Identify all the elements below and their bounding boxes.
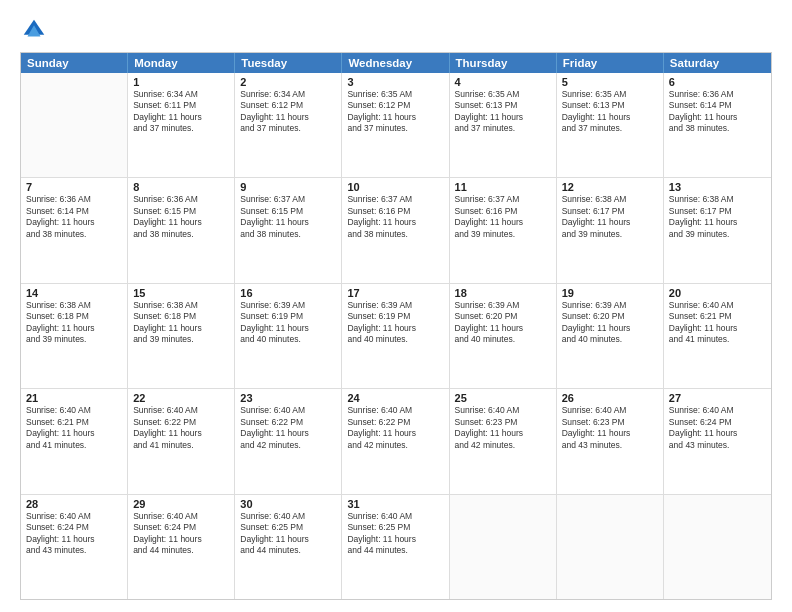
- cell-info-line: Daylight: 11 hours: [562, 217, 658, 228]
- cal-cell-1-5: 4Sunrise: 6:35 AMSunset: 6:13 PMDaylight…: [450, 73, 557, 177]
- cal-cell-4-2: 22Sunrise: 6:40 AMSunset: 6:22 PMDayligh…: [128, 389, 235, 493]
- cal-cell-1-3: 2Sunrise: 6:34 AMSunset: 6:12 PMDaylight…: [235, 73, 342, 177]
- cell-info-line: Daylight: 11 hours: [562, 323, 658, 334]
- cal-cell-5-1: 28Sunrise: 6:40 AMSunset: 6:24 PMDayligh…: [21, 495, 128, 599]
- cell-info-line: Sunset: 6:22 PM: [133, 417, 229, 428]
- header-day-thursday: Thursday: [450, 53, 557, 73]
- day-number: 28: [26, 498, 122, 510]
- cell-info-line: Daylight: 11 hours: [240, 112, 336, 123]
- cell-info-line: Sunset: 6:18 PM: [133, 311, 229, 322]
- cell-info-line: and 43 minutes.: [26, 545, 122, 556]
- day-number: 15: [133, 287, 229, 299]
- cell-info-line: Sunrise: 6:40 AM: [240, 405, 336, 416]
- cell-info-line: Sunrise: 6:40 AM: [455, 405, 551, 416]
- day-number: 26: [562, 392, 658, 404]
- day-number: 8: [133, 181, 229, 193]
- cal-cell-2-4: 10Sunrise: 6:37 AMSunset: 6:16 PMDayligh…: [342, 178, 449, 282]
- page: SundayMondayTuesdayWednesdayThursdayFrid…: [0, 0, 792, 612]
- cell-info-line: and 37 minutes.: [455, 123, 551, 134]
- cell-info-line: Daylight: 11 hours: [455, 428, 551, 439]
- cell-info-line: Daylight: 11 hours: [133, 323, 229, 334]
- cell-info-line: Sunrise: 6:36 AM: [133, 194, 229, 205]
- cell-info-line: Sunset: 6:15 PM: [133, 206, 229, 217]
- cell-info-line: Sunset: 6:16 PM: [455, 206, 551, 217]
- cell-info-line: Daylight: 11 hours: [133, 217, 229, 228]
- week-row-2: 7Sunrise: 6:36 AMSunset: 6:14 PMDaylight…: [21, 178, 771, 283]
- cell-info-line: Sunrise: 6:40 AM: [26, 511, 122, 522]
- cell-info-line: Sunset: 6:20 PM: [455, 311, 551, 322]
- cell-info-line: Daylight: 11 hours: [347, 112, 443, 123]
- cal-cell-2-6: 12Sunrise: 6:38 AMSunset: 6:17 PMDayligh…: [557, 178, 664, 282]
- cell-info-line: Daylight: 11 hours: [133, 534, 229, 545]
- cell-info-line: Sunset: 6:24 PM: [669, 417, 766, 428]
- cal-cell-2-7: 13Sunrise: 6:38 AMSunset: 6:17 PMDayligh…: [664, 178, 771, 282]
- day-number: 27: [669, 392, 766, 404]
- cell-info-line: Sunrise: 6:38 AM: [26, 300, 122, 311]
- day-number: 14: [26, 287, 122, 299]
- cell-info-line: and 38 minutes.: [669, 123, 766, 134]
- cell-info-line: Sunrise: 6:40 AM: [133, 405, 229, 416]
- day-number: 10: [347, 181, 443, 193]
- cell-info-line: Daylight: 11 hours: [347, 428, 443, 439]
- cell-info-line: Sunset: 6:19 PM: [347, 311, 443, 322]
- cell-info-line: Daylight: 11 hours: [669, 428, 766, 439]
- cal-cell-5-6: [557, 495, 664, 599]
- day-number: 29: [133, 498, 229, 510]
- day-number: 22: [133, 392, 229, 404]
- cell-info-line: and 38 minutes.: [240, 229, 336, 240]
- cell-info-line: Sunrise: 6:40 AM: [669, 405, 766, 416]
- cell-info-line: and 38 minutes.: [347, 229, 443, 240]
- cal-cell-3-5: 18Sunrise: 6:39 AMSunset: 6:20 PMDayligh…: [450, 284, 557, 388]
- cell-info-line: Sunrise: 6:37 AM: [455, 194, 551, 205]
- calendar: SundayMondayTuesdayWednesdayThursdayFrid…: [20, 52, 772, 600]
- cell-info-line: Sunrise: 6:38 AM: [133, 300, 229, 311]
- cal-cell-2-3: 9Sunrise: 6:37 AMSunset: 6:15 PMDaylight…: [235, 178, 342, 282]
- cell-info-line: Sunrise: 6:40 AM: [26, 405, 122, 416]
- cell-info-line: Sunrise: 6:34 AM: [133, 89, 229, 100]
- cell-info-line: and 42 minutes.: [240, 440, 336, 451]
- cal-cell-5-3: 30Sunrise: 6:40 AMSunset: 6:25 PMDayligh…: [235, 495, 342, 599]
- cell-info-line: Sunset: 6:21 PM: [26, 417, 122, 428]
- week-row-1: 1Sunrise: 6:34 AMSunset: 6:11 PMDaylight…: [21, 73, 771, 178]
- cal-cell-2-5: 11Sunrise: 6:37 AMSunset: 6:16 PMDayligh…: [450, 178, 557, 282]
- cell-info-line: Sunset: 6:14 PM: [669, 100, 766, 111]
- cell-info-line: Daylight: 11 hours: [240, 217, 336, 228]
- cell-info-line: Sunset: 6:16 PM: [347, 206, 443, 217]
- cell-info-line: and 38 minutes.: [133, 229, 229, 240]
- cell-info-line: Sunset: 6:15 PM: [240, 206, 336, 217]
- cal-cell-4-6: 26Sunrise: 6:40 AMSunset: 6:23 PMDayligh…: [557, 389, 664, 493]
- cell-info-line: and 44 minutes.: [240, 545, 336, 556]
- day-number: 21: [26, 392, 122, 404]
- cell-info-line: Sunrise: 6:37 AM: [240, 194, 336, 205]
- cell-info-line: Sunset: 6:24 PM: [26, 522, 122, 533]
- day-number: 9: [240, 181, 336, 193]
- day-number: 24: [347, 392, 443, 404]
- cell-info-line: Sunset: 6:25 PM: [347, 522, 443, 533]
- cell-info-line: Sunrise: 6:40 AM: [347, 511, 443, 522]
- cell-info-line: and 44 minutes.: [347, 545, 443, 556]
- day-number: 30: [240, 498, 336, 510]
- cell-info-line: Sunset: 6:21 PM: [669, 311, 766, 322]
- cell-info-line: Daylight: 11 hours: [26, 323, 122, 334]
- calendar-header: SundayMondayTuesdayWednesdayThursdayFrid…: [21, 53, 771, 73]
- cell-info-line: Sunrise: 6:39 AM: [455, 300, 551, 311]
- cell-info-line: and 39 minutes.: [455, 229, 551, 240]
- cell-info-line: Sunset: 6:22 PM: [347, 417, 443, 428]
- cal-cell-1-7: 6Sunrise: 6:36 AMSunset: 6:14 PMDaylight…: [664, 73, 771, 177]
- cell-info-line: Sunset: 6:25 PM: [240, 522, 336, 533]
- cal-cell-3-3: 16Sunrise: 6:39 AMSunset: 6:19 PMDayligh…: [235, 284, 342, 388]
- cal-cell-3-6: 19Sunrise: 6:39 AMSunset: 6:20 PMDayligh…: [557, 284, 664, 388]
- cell-info-line: Sunset: 6:23 PM: [562, 417, 658, 428]
- header-day-saturday: Saturday: [664, 53, 771, 73]
- cal-cell-3-2: 15Sunrise: 6:38 AMSunset: 6:18 PMDayligh…: [128, 284, 235, 388]
- cell-info-line: Sunrise: 6:35 AM: [562, 89, 658, 100]
- header-day-wednesday: Wednesday: [342, 53, 449, 73]
- cell-info-line: Sunset: 6:13 PM: [562, 100, 658, 111]
- cell-info-line: Sunset: 6:23 PM: [455, 417, 551, 428]
- day-number: 20: [669, 287, 766, 299]
- cell-info-line: and 39 minutes.: [669, 229, 766, 240]
- cell-info-line: and 41 minutes.: [26, 440, 122, 451]
- header-day-tuesday: Tuesday: [235, 53, 342, 73]
- cell-info-line: and 41 minutes.: [669, 334, 766, 345]
- cal-cell-2-1: 7Sunrise: 6:36 AMSunset: 6:14 PMDaylight…: [21, 178, 128, 282]
